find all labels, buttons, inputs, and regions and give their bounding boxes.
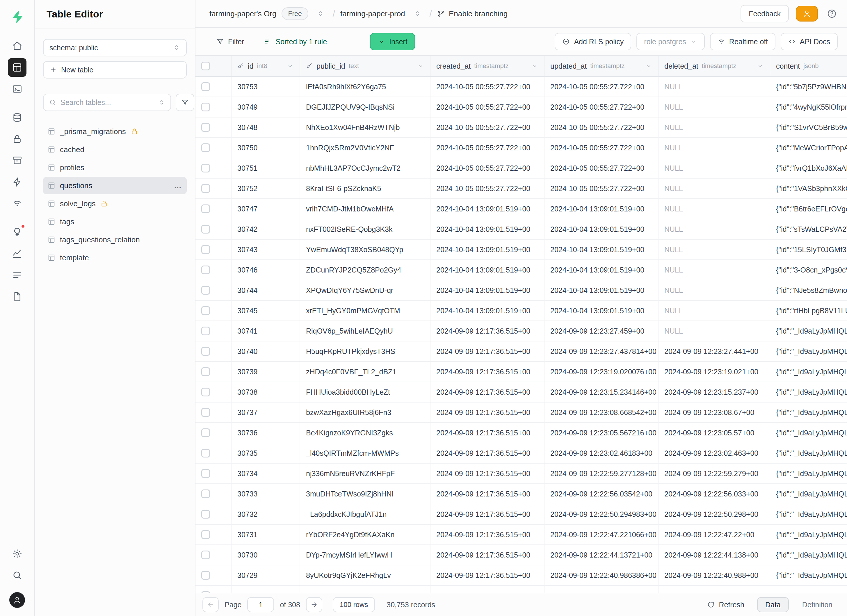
sidebar-item-profiles[interactable]: profiles xyxy=(43,159,187,176)
search-tables-input[interactable] xyxy=(60,98,154,107)
cell-content[interactable]: {"id":"15LSIyT0JGMf3Kl4Vn xyxy=(770,240,847,259)
cell-created_at[interactable]: 2024-09-09 12:17:36.515+00 xyxy=(431,382,544,402)
cell-deleted_at[interactable]: 2024-09-09 12:23:08.67+00 xyxy=(658,402,770,422)
refresh-button[interactable]: Refresh xyxy=(700,596,751,613)
cell-public_id[interactable]: nxFT002ISeRE-Qobg3K3k xyxy=(300,219,431,239)
next-page-button[interactable] xyxy=(306,597,322,612)
plan-badge[interactable]: Free xyxy=(282,7,308,20)
feedback-button[interactable]: Feedback xyxy=(741,5,789,22)
cell-created_at[interactable]: 2024-10-04 13:09:01.519+00 xyxy=(431,240,544,259)
cell-public_id[interactable]: _La6pddxcKJIbgufATJ1n xyxy=(300,504,431,524)
rail-advisors[interactable] xyxy=(8,223,27,242)
settings-button[interactable] xyxy=(8,544,27,563)
cell-id[interactable]: 30730 xyxy=(232,545,300,565)
cell-id[interactable]: 30740 xyxy=(232,342,300,361)
supabase-logo[interactable] xyxy=(7,7,27,27)
cell-deleted_at[interactable]: 2024-09-09 12:22:40.988+00 xyxy=(658,565,770,585)
cell-created_at[interactable]: 2024-10-04 13:09:01.519+00 xyxy=(431,219,544,239)
cell-id[interactable]: 30737 xyxy=(232,402,300,422)
cell-deleted_at[interactable]: NULL xyxy=(658,321,770,341)
row-checkbox[interactable] xyxy=(201,367,210,376)
cell-content[interactable]: {"id":"4wyNgK55lOfrpmYZc xyxy=(770,97,847,117)
cell-id[interactable]: 30731 xyxy=(232,525,300,544)
rail-table-editor[interactable] xyxy=(8,58,27,77)
cell-created_at[interactable]: 2024-10-04 13:09:01.519+00 xyxy=(431,301,544,320)
cell-id[interactable]: 30745 xyxy=(232,301,300,320)
cell-created_at[interactable]: 2024-09-09 12:17:36.515+00 xyxy=(431,545,544,565)
cell-content[interactable]: {"id":"_Id9aLyJpMHQLaiQC xyxy=(770,382,847,402)
column-header-content[interactable]: contentjsonb xyxy=(770,56,847,76)
row-checkbox[interactable] xyxy=(201,571,210,580)
page-number-input[interactable] xyxy=(247,597,274,612)
cell-updated_at[interactable]: 2024-09-09 12:23:05.567216+00 xyxy=(544,423,658,443)
enable-branching-button[interactable]: Enable branching xyxy=(437,9,508,18)
add-rls-policy-button[interactable]: Add RLS policy xyxy=(555,33,631,50)
cell-id[interactable]: 30729 xyxy=(232,565,300,585)
row-checkbox[interactable] xyxy=(201,205,210,213)
row-checkbox[interactable] xyxy=(201,286,210,295)
row-checkbox[interactable] xyxy=(201,510,210,519)
sort-button[interactable]: Sorted by 1 rule xyxy=(257,33,334,50)
cell-public_id[interactable]: DGEJfJZPQUV9Q-IBqsNSi xyxy=(300,97,431,117)
table-row[interactable]: 30732_La6pddxcKJIbgufATJ1n2024-09-09 12:… xyxy=(195,504,847,525)
table-row[interactable]: 30738FHHUioa3bidd00BHyLeZt2024-09-09 12:… xyxy=(195,382,847,402)
cell-public_id[interactable]: nj336mN5reuRVNZrKHFpF xyxy=(300,464,431,483)
row-checkbox[interactable] xyxy=(201,103,210,111)
row-checkbox[interactable] xyxy=(201,408,210,417)
cell-created_at[interactable]: 2024-10-05 00:55:27.722+00 xyxy=(431,97,544,117)
cell-content[interactable]: {"id":"_Id9aLyJpMHQLaiQC xyxy=(770,342,847,361)
cell-content[interactable]: {"id":"_Id9aLyJpMHQLaiQC xyxy=(770,402,847,422)
org-switcher[interactable] xyxy=(314,7,328,21)
row-checkbox[interactable] xyxy=(201,449,210,457)
cell-updated_at[interactable]: 2024-10-04 13:09:01.519+00 xyxy=(544,219,658,239)
cell-updated_at[interactable]: 2024-09-09 12:23:27.437814+00 xyxy=(544,342,658,361)
cell-created_at[interactable]: 2024-10-04 13:09:01.519+00 xyxy=(431,280,544,300)
prev-page-button[interactable] xyxy=(202,597,219,612)
table-row[interactable]: 30731rYbORF2e4YgDt9fKAXaKn2024-09-09 12:… xyxy=(195,525,847,545)
cell-created_at[interactable]: 2024-10-04 13:09:01.519+00 xyxy=(431,199,544,219)
cell-created_at[interactable]: 2024-10-05 00:55:27.722+00 xyxy=(431,158,544,178)
cell-id[interactable]: 30743 xyxy=(232,240,300,259)
cell-id[interactable]: 30736 xyxy=(232,423,300,443)
cell-public_id[interactable]: XPQwDIqY6Y75SwDnU-qr_ xyxy=(300,280,431,300)
column-header-public_id[interactable]: public_idtext xyxy=(300,56,431,76)
cell-created_at[interactable]: 2024-10-05 00:55:27.722+00 xyxy=(431,178,544,198)
chevron-down-icon[interactable] xyxy=(531,62,538,69)
new-table-button[interactable]: New table xyxy=(43,61,187,78)
sidebar-item-solve_logs[interactable]: solve_logs xyxy=(43,195,187,212)
definition-tab[interactable]: Definition xyxy=(795,597,840,612)
row-checkbox[interactable] xyxy=(201,429,210,437)
filter-button[interactable]: Filter xyxy=(210,33,251,50)
cell-content[interactable]: {"id":"_Id9aLyJpMHQLaiQC xyxy=(770,504,847,524)
cell-content[interactable]: {"id":"_Id9aLyJpMHQLaiQC xyxy=(770,565,847,585)
cell-public_id[interactable]: FHHUioa3bidd00BHyLeZt xyxy=(300,382,431,402)
cell-deleted_at[interactable]: NULL xyxy=(658,301,770,320)
cell-updated_at[interactable]: 2024-10-04 13:09:01.519+00 xyxy=(544,240,658,259)
cell-created_at[interactable]: 2024-09-09 12:17:36.515+00 xyxy=(431,423,544,443)
chevron-down-icon[interactable] xyxy=(287,62,294,69)
column-header-id[interactable]: idint8 xyxy=(232,56,300,76)
cell-deleted_at[interactable]: NULL xyxy=(658,77,770,97)
rail-edge-functions[interactable] xyxy=(8,173,27,192)
cell-created_at[interactable]: 2024-10-05 00:55:27.722+00 xyxy=(431,138,544,158)
table-row[interactable]: 30730DYp-7mcyMSIrHefLYIwwH2024-09-09 12:… xyxy=(195,545,847,565)
cell-content[interactable]: {"id":"S1vrVC5BrB59wqcM4 xyxy=(770,118,847,137)
row-checkbox[interactable] xyxy=(201,530,210,539)
table-row[interactable]: 30740H5uqFKpRUTPkjxdysT3HS2024-09-09 12:… xyxy=(195,342,847,362)
cell-content[interactable]: {"id":"sTsWaLCPsVA2WuK2 xyxy=(770,219,847,239)
cell-public_id[interactable]: _l40sQIRTmMZfcm-MWMPs xyxy=(300,443,431,463)
cell-deleted_at[interactable]: 2024-09-09 12:23:19.021+00 xyxy=(658,362,770,382)
cell-created_at[interactable]: 2024-09-09 12:17:36.515+00 xyxy=(431,464,544,483)
cell-created_at[interactable]: 2024-09-09 12:17:36.515+00 xyxy=(431,525,544,544)
cell-deleted_at[interactable]: 2024-09-09 12:23:05.57+00 xyxy=(658,423,770,443)
realtime-toggle[interactable]: Realtime off xyxy=(710,33,775,50)
row-checkbox[interactable] xyxy=(201,245,210,254)
table-row[interactable]: 307333muDHTceTWso9IZj8hHNI2024-09-09 12:… xyxy=(195,484,847,504)
cell-deleted_at[interactable]: 2024-09-09 12:22:37.958+00 xyxy=(658,586,770,593)
cell-content[interactable]: {"id":"5b7j5Pz9WHBNmY_A xyxy=(770,77,847,97)
project-switcher[interactable] xyxy=(410,7,424,21)
cell-deleted_at[interactable]: NULL xyxy=(658,178,770,198)
cell-updated_at[interactable]: 2024-10-05 00:55:27.722+00 xyxy=(544,158,658,178)
account-badge[interactable] xyxy=(796,6,818,22)
cell-public_id[interactable]: Be4KignzoK9YRGNI3Zgks xyxy=(300,423,431,443)
